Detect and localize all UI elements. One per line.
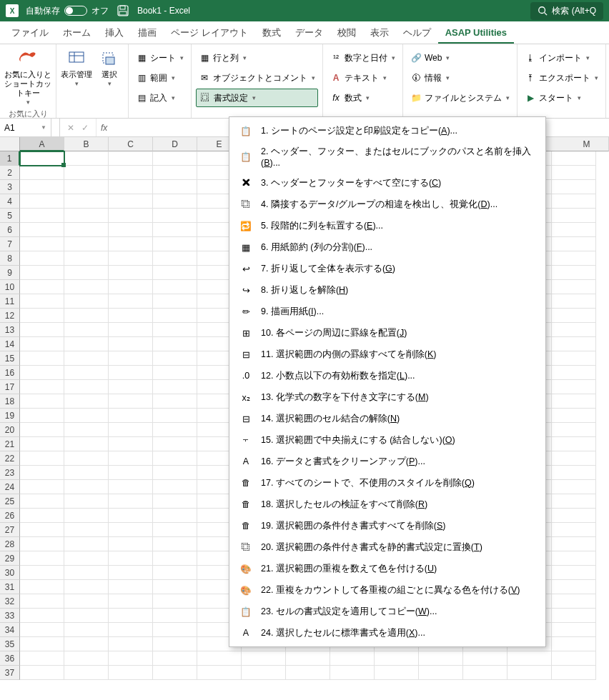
row-header[interactable]: 27: [0, 523, 20, 537]
favorites-shortcuts-button[interactable]: お気に入りとショートカットキー▾: [4, 47, 51, 107]
cell[interactable]: [64, 551, 109, 566]
cell[interactable]: [109, 466, 153, 480]
cell[interactable]: [109, 580, 153, 594]
cell[interactable]: [64, 251, 109, 266]
cell[interactable]: [197, 666, 242, 680]
tab-review[interactable]: 校閲: [330, 22, 363, 44]
cell[interactable]: [64, 266, 109, 280]
menu-item-22[interactable]: 🎨22. 重複をカウントして各重複の組ごとに異なる色を付ける(V): [229, 579, 545, 601]
cell[interactable]: [552, 480, 596, 494]
cell[interactable]: [552, 251, 596, 266]
cell[interactable]: [153, 223, 197, 237]
cell[interactable]: [463, 666, 508, 680]
row-header[interactable]: 10: [0, 280, 20, 294]
row-header[interactable]: 28: [0, 537, 20, 551]
cell[interactable]: [109, 623, 153, 637]
info-button[interactable]: 🛈情報▾: [407, 69, 513, 87]
cell[interactable]: [153, 580, 197, 594]
cell[interactable]: [64, 323, 109, 337]
tab-file[interactable]: ファイル: [4, 22, 56, 44]
cell[interactable]: [552, 223, 596, 237]
cell[interactable]: [109, 366, 153, 380]
cell[interactable]: [20, 423, 64, 437]
cell[interactable]: [286, 666, 330, 680]
row-header[interactable]: 14: [0, 337, 20, 351]
cell[interactable]: [109, 337, 153, 351]
formula-button[interactable]: fx数式▾: [327, 89, 398, 107]
cell[interactable]: [109, 351, 153, 366]
row-header[interactable]: 9: [0, 266, 20, 280]
menu-item-1[interactable]: 📋1. シートのページ設定と印刷設定をコピー(A)...: [229, 120, 545, 141]
cell[interactable]: [20, 523, 64, 537]
cell[interactable]: [153, 651, 197, 666]
menu-item-6[interactable]: ▦6. 用紙節約 (列の分割)(F)...: [229, 236, 545, 258]
cell[interactable]: [552, 494, 596, 509]
row-header[interactable]: 35: [0, 637, 20, 651]
cell[interactable]: [64, 594, 109, 609]
tab-view[interactable]: 表示: [363, 22, 396, 44]
cell[interactable]: [109, 409, 153, 423]
cell[interactable]: [64, 209, 109, 223]
text-button[interactable]: Aテキスト▾: [327, 69, 398, 87]
cell[interactable]: [552, 623, 596, 637]
cell[interactable]: [20, 509, 64, 523]
cell[interactable]: [552, 309, 596, 323]
cell[interactable]: [197, 651, 242, 666]
cell[interactable]: [153, 466, 197, 480]
autosave-toggle[interactable]: 自動保存 オフ: [26, 5, 109, 17]
cell[interactable]: [552, 237, 596, 251]
row-header[interactable]: 24: [0, 480, 20, 494]
row-header[interactable]: 22: [0, 451, 20, 466]
row-header[interactable]: 19: [0, 409, 20, 423]
menu-item-7[interactable]: ↩7. 折り返して全体を表示する(G): [229, 258, 545, 279]
cell[interactable]: [20, 194, 64, 209]
cell[interactable]: [552, 451, 596, 466]
menu-item-17[interactable]: 🗑17. すべてのシートで、不使用のスタイルを削除(Q): [229, 472, 545, 494]
cell[interactable]: [64, 151, 109, 166]
cell[interactable]: [64, 480, 109, 494]
cell[interactable]: [109, 166, 153, 180]
cell[interactable]: [552, 666, 596, 680]
menu-item-11[interactable]: ⊟11. 選択範囲の内側の罫線すべてを削除(K): [229, 344, 545, 365]
cell[interactable]: [552, 437, 596, 451]
tab-insert[interactable]: 挿入: [98, 22, 131, 44]
cell[interactable]: [109, 551, 153, 566]
cell[interactable]: [552, 551, 596, 566]
row-header[interactable]: 37: [0, 666, 20, 680]
cell[interactable]: [64, 580, 109, 594]
cell[interactable]: [64, 394, 109, 409]
cell[interactable]: [552, 294, 596, 309]
cell[interactable]: [64, 509, 109, 523]
cell[interactable]: [153, 323, 197, 337]
cell[interactable]: [375, 666, 419, 680]
fx-label[interactable]: fx: [96, 123, 112, 133]
cell[interactable]: [109, 151, 153, 166]
cell[interactable]: [153, 423, 197, 437]
menu-item-5[interactable]: 🔁5. 段階的に列を転置する(E)...: [229, 215, 545, 236]
row-header[interactable]: 7: [0, 237, 20, 251]
sheet-button[interactable]: ▦シート▾: [133, 49, 187, 67]
web-button[interactable]: 🔗Web▾: [407, 49, 513, 67]
cell[interactable]: [109, 451, 153, 466]
tab-page-layout[interactable]: ページ レイアウト: [164, 22, 255, 44]
cell[interactable]: [20, 580, 64, 594]
cell[interactable]: [64, 537, 109, 551]
cell[interactable]: [20, 209, 64, 223]
cell[interactable]: [64, 409, 109, 423]
cell[interactable]: [109, 609, 153, 623]
cell[interactable]: [64, 637, 109, 651]
symbols-button[interactable]: ▤記入▾: [133, 89, 187, 107]
cell[interactable]: [20, 651, 64, 666]
cell[interactable]: [109, 437, 153, 451]
menu-item-23[interactable]: 📋23. セルの書式設定を適用してコピー(W)...: [229, 601, 545, 622]
cell[interactable]: [552, 651, 596, 666]
cell[interactable]: [153, 337, 197, 351]
cell[interactable]: [109, 666, 153, 680]
cell[interactable]: [20, 380, 64, 394]
cell[interactable]: [109, 523, 153, 537]
search-box[interactable]: 検索 (Alt+Q: [530, 2, 603, 20]
row-header[interactable]: 21: [0, 437, 20, 451]
row-col-button[interactable]: ▦行と列▾: [196, 49, 318, 67]
menu-item-15[interactable]: ⫟15. 選択範囲で中央揃えにする (結合しない)(O): [229, 429, 545, 451]
cell[interactable]: [552, 394, 596, 409]
